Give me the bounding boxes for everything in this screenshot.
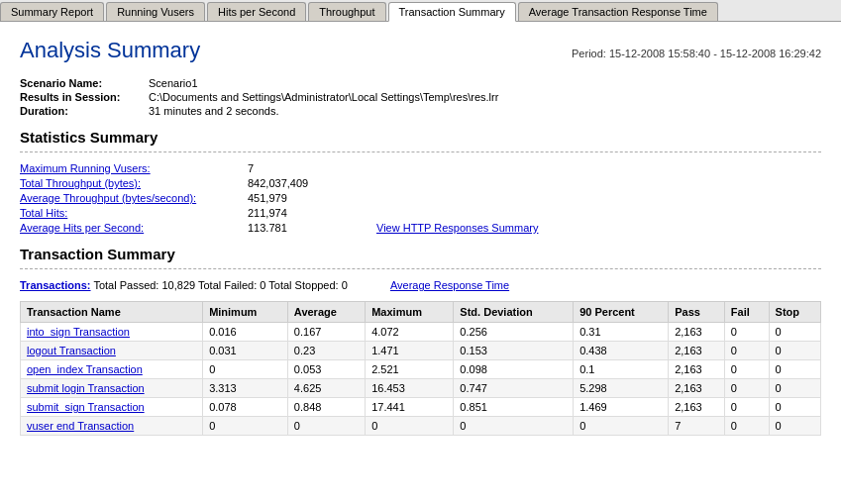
th-90-percent: 90 Percent <box>574 302 669 323</box>
stat-row-4: Average Hits per Second: 113.781 View HT… <box>20 222 821 234</box>
td-pass: 2,163 <box>669 398 725 417</box>
td-name[interactable]: logout Transaction <box>21 342 203 360</box>
stat-row-2: Average Throughput (bytes/second): 451,9… <box>20 192 821 204</box>
td-pass: 2,163 <box>669 360 725 379</box>
td-std: 0 <box>454 417 574 436</box>
stat-label-1[interactable]: Total Throughput (bytes): <box>20 177 248 189</box>
td-std: 0.747 <box>454 379 574 398</box>
th-average: Average <box>287 302 365 323</box>
stat-label-0[interactable]: Maximum Running Vusers: <box>20 162 248 174</box>
td-stop: 0 <box>769 417 820 436</box>
td-avg: 0.167 <box>287 323 365 342</box>
page-title: Analysis Summary <box>20 38 200 63</box>
transaction-link[interactable]: open_index Transaction <box>27 363 143 375</box>
td-p90: 0 <box>574 417 669 436</box>
th-std-deviation: Std. Deviation <box>454 302 574 323</box>
transaction-link[interactable]: submit_sign Transaction <box>27 401 145 413</box>
stat-label-2[interactable]: Average Throughput (bytes/second): <box>20 192 248 204</box>
period-value: 15-12-2008 15:58:40 - 15-12-2008 16:29:4… <box>609 48 821 59</box>
transaction-info: Transactions: Total Passed: 10,829 Total… <box>20 279 821 291</box>
td-pass: 2,163 <box>669 379 725 398</box>
stat-label-4[interactable]: Average Hits per Second: <box>20 222 248 234</box>
statistics-table: Maximum Running Vusers: 7 Total Throughp… <box>20 162 821 234</box>
transaction-link[interactable]: vuser end Transaction <box>27 420 134 432</box>
tab-running-vusers[interactable]: Running Vusers <box>106 2 205 21</box>
td-max: 2.521 <box>366 360 454 379</box>
stat-row-3: Total Hits: 211,974 <box>20 207 821 219</box>
td-p90: 0.31 <box>574 323 669 342</box>
stat-value-1: 842,037,409 <box>248 177 347 189</box>
td-name[interactable]: submit login Transaction <box>21 379 203 398</box>
stat-row-1: Total Throughput (bytes): 842,037,409 <box>20 177 821 189</box>
td-min: 3.313 <box>203 379 288 398</box>
period-text: Period: 15-12-2008 15:58:40 - 15-12-2008… <box>572 48 821 59</box>
td-fail: 0 <box>724 342 769 360</box>
stat-label-3[interactable]: Total Hits: <box>20 207 248 219</box>
results-row: Results in Session: C:\Documents and Set… <box>20 91 821 103</box>
td-min: 0.078 <box>203 398 288 417</box>
http-responses-link[interactable]: View HTTP Responses Summary <box>376 222 538 234</box>
td-p90: 5.298 <box>574 379 669 398</box>
td-min: 0.031 <box>203 342 288 360</box>
td-fail: 0 <box>724 417 769 436</box>
td-fail: 0 <box>724 360 769 379</box>
period-label: Period: <box>572 48 606 59</box>
td-max: 17.441 <box>366 398 454 417</box>
transaction-link[interactable]: submit login Transaction <box>27 382 145 394</box>
td-min: 0.016 <box>203 323 288 342</box>
info-section: Scenario Name: Scenario1 Results in Sess… <box>20 77 821 117</box>
transaction-link[interactable]: into_sign Transaction <box>27 326 130 338</box>
td-stop: 0 <box>769 398 820 417</box>
tab-summary-report[interactable]: Summary Report <box>0 2 104 21</box>
td-fail: 0 <box>724 323 769 342</box>
td-max: 0 <box>366 417 454 436</box>
td-stop: 0 <box>769 379 820 398</box>
page-header: Analysis Summary Period: 15-12-2008 15:5… <box>20 38 821 63</box>
tab-bar: Summary Report Running Vusers Hits per S… <box>0 0 841 22</box>
td-name[interactable]: open_index Transaction <box>21 360 203 379</box>
transaction-table: Transaction Name Minimum Average Maximum… <box>20 301 821 436</box>
stat-row-0: Maximum Running Vusers: 7 <box>20 162 821 174</box>
table-row: open_index Transaction00.0532.5210.0980.… <box>21 360 821 379</box>
stat-value-2: 451,979 <box>248 192 347 204</box>
tab-transaction-summary[interactable]: Transaction Summary <box>388 2 516 22</box>
td-name[interactable]: submit_sign Transaction <box>21 398 203 417</box>
content-area[interactable]: Analysis Summary Period: 15-12-2008 15:5… <box>0 22 841 500</box>
td-p90: 0.1 <box>574 360 669 379</box>
td-stop: 0 <box>769 342 820 360</box>
tab-hits-per-second[interactable]: Hits per Second <box>207 2 306 21</box>
table-row: vuser end Transaction00000700 <box>21 417 821 436</box>
td-fail: 0 <box>724 398 769 417</box>
td-max: 16.453 <box>366 379 454 398</box>
transaction-link[interactable]: logout Transaction <box>27 345 116 356</box>
td-name[interactable]: vuser end Transaction <box>21 417 203 436</box>
tab-throughput[interactable]: Throughput <box>308 2 385 21</box>
stat-value-0: 7 <box>248 162 347 174</box>
duration-label: Duration: <box>20 105 149 117</box>
td-pass: 2,163 <box>669 342 725 360</box>
td-name[interactable]: into_sign Transaction <box>21 323 203 342</box>
table-row: logout Transaction0.0310.231.4710.1530.4… <box>21 342 821 360</box>
transactions-label[interactable]: Transactions: <box>20 279 91 291</box>
td-stop: 0 <box>769 360 820 379</box>
avg-response-link[interactable]: Average Response Time <box>390 279 509 291</box>
statistics-title: Statistics Summary <box>20 129 821 146</box>
th-stop: Stop <box>769 302 820 323</box>
td-max: 1.471 <box>366 342 454 360</box>
td-std: 0.153 <box>454 342 574 360</box>
th-minimum: Minimum <box>203 302 288 323</box>
td-avg: 4.625 <box>287 379 365 398</box>
td-stop: 0 <box>769 323 820 342</box>
th-fail: Fail <box>724 302 769 323</box>
td-std: 0.851 <box>454 398 574 417</box>
results-label: Results in Session: <box>20 91 149 103</box>
td-min: 0 <box>203 360 288 379</box>
results-value: C:\Documents and Settings\Administrator\… <box>149 91 498 103</box>
th-transaction-name: Transaction Name <box>21 302 203 323</box>
statistics-divider <box>20 151 821 152</box>
tab-avg-transaction-response[interactable]: Average Transaction Response Time <box>518 2 718 21</box>
td-std: 0.098 <box>454 360 574 379</box>
td-max: 4.072 <box>366 323 454 342</box>
stat-value-3: 211,974 <box>248 207 347 219</box>
td-pass: 7 <box>669 417 725 436</box>
